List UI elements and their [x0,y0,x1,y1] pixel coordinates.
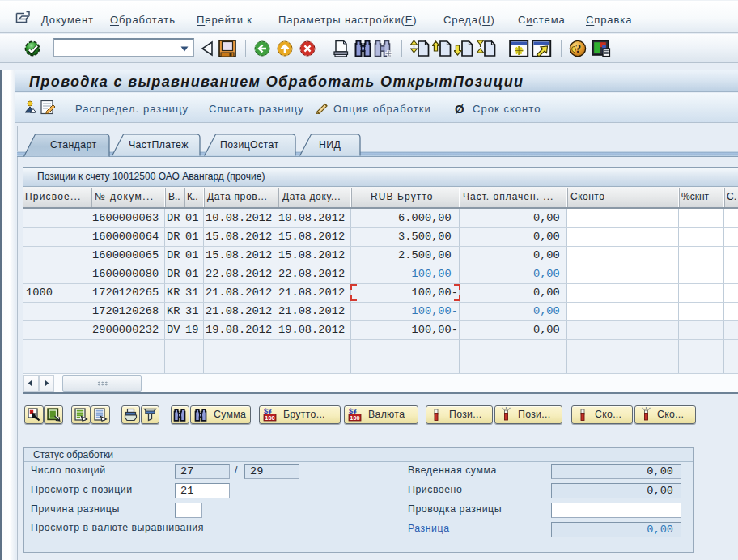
svg-text:?: ? [575,42,582,55]
svg-text:100: 100 [265,414,275,422]
svg-text:100: 100 [350,414,360,422]
